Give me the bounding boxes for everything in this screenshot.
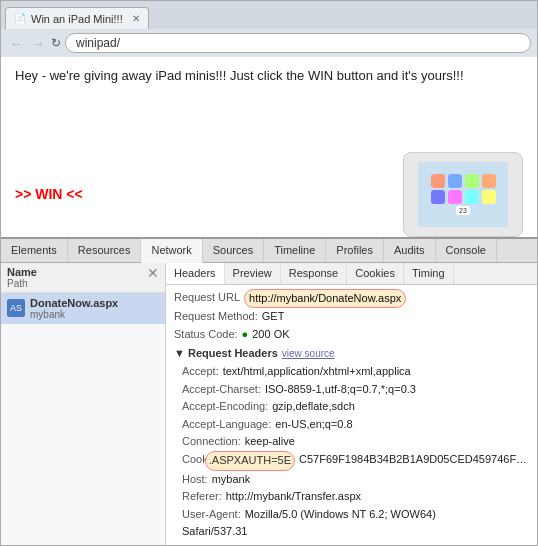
win-button[interactable]: >> WIN << bbox=[15, 186, 83, 202]
tab-console[interactable]: Console bbox=[436, 239, 497, 262]
left-panel-close[interactable]: ✕ bbox=[147, 266, 159, 289]
tab-resources[interactable]: Resources bbox=[68, 239, 142, 262]
header-referer: Referer: http://mybank/Transfer.aspx bbox=[174, 488, 529, 506]
request-method-value: GET bbox=[262, 308, 285, 326]
path-column-header: Path bbox=[7, 278, 37, 289]
tab-sources[interactable]: Sources bbox=[203, 239, 264, 262]
tab-audits[interactable]: Audits bbox=[384, 239, 436, 262]
refresh-button[interactable]: ↻ bbox=[51, 36, 61, 50]
forward-button[interactable]: → bbox=[29, 36, 47, 51]
tab-network[interactable]: Network bbox=[141, 239, 202, 263]
ipad-icon-7 bbox=[465, 190, 479, 204]
ipad-screen: 23 bbox=[418, 162, 508, 227]
sub-tab-headers[interactable]: Headers bbox=[166, 263, 225, 284]
header-user-agent-2: Safari/537.31 bbox=[174, 523, 529, 541]
tab-close-button[interactable]: ✕ bbox=[132, 13, 140, 24]
header-cookie: Cookie: .ASPXAUTH=5EC57F69F1984B34B2B1A9… bbox=[174, 451, 529, 471]
status-code-row: Status Code: ● 200 OK bbox=[174, 326, 529, 344]
header-accept-encoding: Accept-Encoding: gzip,deflate,sdch bbox=[174, 398, 529, 416]
request-url-label: Request URL bbox=[174, 289, 240, 309]
ipad-icons-row bbox=[431, 174, 496, 188]
status-code-label: Status Code: bbox=[174, 326, 238, 344]
page-icon: 📄 bbox=[14, 13, 26, 24]
address-bar: ← → ↻ winipad/ bbox=[1, 29, 537, 57]
tab-bar: 📄 Win an iPad Mini!!! ✕ bbox=[1, 1, 537, 29]
cookie-highlight: .ASPXAUTH=5E bbox=[205, 451, 295, 471]
header-accept-language: Accept-Language: en-US,en;q=0.8 bbox=[174, 416, 529, 434]
request-method-row: Request Method: GET bbox=[174, 308, 529, 326]
request-headers-label: ▼ Request Headers bbox=[174, 345, 278, 363]
request-item[interactable]: AS DonateNow.aspx mybank bbox=[1, 293, 165, 324]
page-middle: >> WIN << 23 bbox=[1, 152, 537, 237]
ipad-icon-1 bbox=[431, 174, 445, 188]
headers-content: Request URL http://mybank/DonateNow.aspx… bbox=[166, 285, 537, 545]
ipad-icon-4 bbox=[482, 174, 496, 188]
tab-elements[interactable]: Elements bbox=[1, 239, 68, 262]
request-url-row: Request URL http://mybank/DonateNow.aspx bbox=[174, 289, 529, 309]
ipad-icon-8 bbox=[482, 190, 496, 204]
devtools-left-header: Name Path ✕ bbox=[1, 263, 165, 293]
tab-title: Win an iPad Mini!!! bbox=[31, 13, 123, 25]
request-headers-section: ▼ Request Headers view source bbox=[174, 345, 529, 363]
page-content: Hey - we're giving away iPad minis!!! Ju… bbox=[1, 57, 537, 545]
back-button[interactable]: ← bbox=[7, 36, 25, 51]
header-host: Host: mybank bbox=[174, 471, 529, 489]
ipad-icon-6 bbox=[448, 190, 462, 204]
sub-tab-timing[interactable]: Timing bbox=[404, 263, 454, 284]
devtools-panel: Elements Resources Network Sources Timel… bbox=[1, 237, 537, 545]
ipad-icon-5 bbox=[431, 190, 445, 204]
devtools-right-panel: Headers Preview Response Cookies Timing … bbox=[166, 263, 537, 545]
ipad-icon-2 bbox=[448, 174, 462, 188]
url-input[interactable]: winipad/ bbox=[65, 33, 531, 53]
name-column-header: Name bbox=[7, 266, 37, 278]
request-url-value: http://mybank/DonateNow.aspx bbox=[244, 289, 406, 309]
request-info: DonateNow.aspx mybank bbox=[30, 297, 118, 320]
left-header-labels: Name Path bbox=[7, 266, 37, 289]
devtools-tabs: Elements Resources Network Sources Timel… bbox=[1, 239, 537, 263]
promo-text: Hey - we're giving away iPad minis!!! Ju… bbox=[15, 67, 523, 85]
header-connection: Connection: keep-alive bbox=[174, 433, 529, 451]
devtools-body: Name Path ✕ AS DonateNow.aspx mybank bbox=[1, 263, 537, 545]
header-accept-charset: Accept-Charset: ISO-8859-1,utf-8;q=0.7,*… bbox=[174, 381, 529, 399]
tab-timeline[interactable]: Timeline bbox=[264, 239, 326, 262]
ipad-icons-row-2 bbox=[431, 190, 496, 204]
devtools-left-panel: Name Path ✕ AS DonateNow.aspx mybank bbox=[1, 263, 166, 545]
browser-tab[interactable]: 📄 Win an iPad Mini!!! ✕ bbox=[5, 7, 149, 29]
status-dot: ● bbox=[242, 326, 249, 344]
header-user-agent: User-Agent: Mozilla/5.0 (Windows NT 6.2;… bbox=[174, 506, 529, 524]
request-host: mybank bbox=[30, 309, 118, 320]
ipad-image: 23 bbox=[403, 152, 523, 237]
ipad-date: 23 bbox=[456, 206, 470, 215]
tab-profiles[interactable]: Profiles bbox=[326, 239, 384, 262]
request-type-icon: AS bbox=[7, 299, 25, 317]
view-source-link[interactable]: view source bbox=[282, 346, 335, 362]
request-method-label: Request Method: bbox=[174, 308, 258, 326]
sub-tab-cookies[interactable]: Cookies bbox=[347, 263, 404, 284]
ipad-icon-3 bbox=[465, 174, 479, 188]
browser-window: 📄 Win an iPad Mini!!! ✕ ← → ↻ winipad/ H… bbox=[0, 0, 538, 546]
page-body: Hey - we're giving away iPad minis!!! Ju… bbox=[1, 57, 537, 152]
sub-tab-response[interactable]: Response bbox=[281, 263, 348, 284]
devtools-sub-tabs: Headers Preview Response Cookies Timing bbox=[166, 263, 537, 285]
header-accept: Accept: text/html,application/xhtml+xml,… bbox=[174, 363, 529, 381]
sub-tab-preview[interactable]: Preview bbox=[225, 263, 281, 284]
status-code-value: 200 OK bbox=[252, 326, 289, 344]
request-name: DonateNow.aspx bbox=[30, 297, 118, 309]
